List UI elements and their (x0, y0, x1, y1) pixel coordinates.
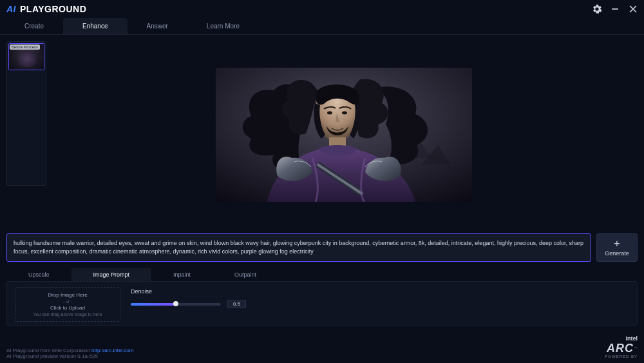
dropzone-line1: Drop Image Here (48, 292, 87, 298)
denoise-label: Denoise (131, 288, 629, 295)
minimize-icon[interactable] (611, 5, 620, 14)
slider-thumb[interactable] (173, 301, 178, 306)
prompt-row: hulking handsome male warrior, detailed … (0, 233, 644, 262)
arc-logo: intel ARC™ POWERED BY (605, 336, 638, 359)
footer-link[interactable]: http://arc.intel.com (91, 348, 133, 353)
tab-learn-more[interactable]: Learn More (187, 18, 259, 34)
app-title: AI PLAYGROUND (6, 4, 86, 14)
arc-text: ARC (607, 342, 634, 355)
preview-area (50, 41, 638, 228)
titlebar: AI PLAYGROUND (0, 0, 644, 18)
generate-label: Generate (605, 250, 629, 257)
denoise-slider[interactable] (131, 303, 221, 306)
dropzone-line2: - or - (63, 299, 73, 304)
preview-image[interactable] (216, 68, 472, 202)
dropzone-line3: Click to Upload (50, 305, 85, 311)
subtab-outpaint[interactable]: Outpaint (213, 268, 278, 281)
settings-panel: Drop Image Here - or - Click to Upload Y… (6, 281, 638, 326)
svg-point-5 (327, 112, 332, 115)
dropzone-hint: You can drag above image to here (33, 312, 102, 317)
slider-fill (131, 303, 176, 306)
title-ai: AI (6, 4, 16, 14)
denoise-value[interactable]: 0.5 (227, 300, 246, 308)
footer: AI Playground from Intel Corporation htt… (6, 336, 638, 359)
denoise-control: Denoise 0.5 (131, 287, 629, 308)
title-playground: PLAYGROUND (20, 4, 86, 14)
close-icon[interactable] (629, 5, 638, 14)
sub-tabs: Upscale Image Prompt Inpaint Outpaint (0, 262, 644, 281)
footer-text: AI Playground from Intel Corporation htt… (6, 348, 133, 359)
tab-answer[interactable]: Answer (128, 18, 187, 34)
thumb-label: Before Process (10, 44, 40, 50)
footer-line2: AI Playground preview version 0.1a-525 (6, 353, 133, 359)
thumbnail-strip: Before Process (6, 41, 46, 186)
main-tabs: Create Enhance Answer Learn More (0, 18, 644, 35)
tab-create[interactable]: Create (5, 18, 63, 34)
generate-button[interactable]: + Generate (596, 233, 638, 262)
subtab-upscale[interactable]: Upscale (6, 268, 71, 281)
gear-icon[interactable] (592, 5, 601, 14)
image-dropzone[interactable]: Drop Image Here - or - Click to Upload Y… (15, 287, 120, 322)
tab-enhance[interactable]: Enhance (63, 18, 127, 34)
plus-icon: + (614, 239, 620, 249)
footer-line1-pre: AI Playground from Intel Corporation (6, 348, 91, 353)
subtab-image-prompt[interactable]: Image Prompt (71, 268, 152, 281)
powered-by: POWERED BY (605, 355, 638, 359)
tm-icon: ™ (634, 346, 638, 350)
svg-point-6 (342, 112, 347, 115)
subtab-inpaint[interactable]: Inpaint (151, 268, 213, 281)
prompt-input[interactable]: hulking handsome male warrior, detailed … (6, 233, 591, 262)
thumbnail-before[interactable]: Before Process (8, 43, 44, 70)
content-area: Before Process (0, 35, 644, 231)
